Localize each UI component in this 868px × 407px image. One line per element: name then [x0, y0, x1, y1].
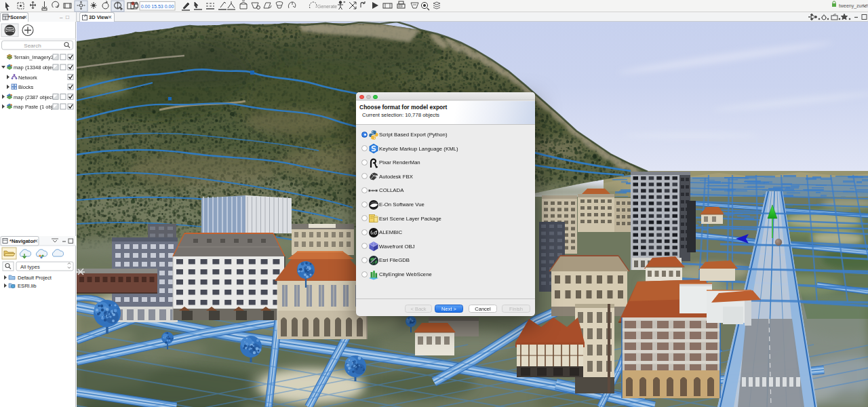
svg-text:*Navigator: *Navigator — [9, 238, 35, 244]
svg-text:All types: All types — [20, 264, 40, 270]
svg-text:Search: Search — [24, 43, 41, 49]
svg-text:ESRI.lib: ESRI.lib — [18, 283, 36, 289]
svg-text:map (2387 object: map (2387 object — [14, 94, 54, 100]
svg-text:map (13348 objec: map (13348 objec — [14, 64, 55, 71]
svg-text:Blocks: Blocks — [18, 84, 34, 90]
svg-text:Terrain_Imagery3: Terrain_Imagery3 — [14, 54, 54, 60]
svg-text:✕: ✕ — [34, 238, 38, 244]
svg-text:map Paste (1 obj: map Paste (1 obj — [14, 104, 53, 110]
svg-text:Default Project: Default Project — [18, 275, 52, 281]
svg-text:Network: Network — [18, 75, 37, 81]
svg-text:Generate: Generate — [317, 4, 337, 9]
svg-text:0.00 15.53 0.00: 0.00 15.53 0.00 — [141, 4, 174, 9]
